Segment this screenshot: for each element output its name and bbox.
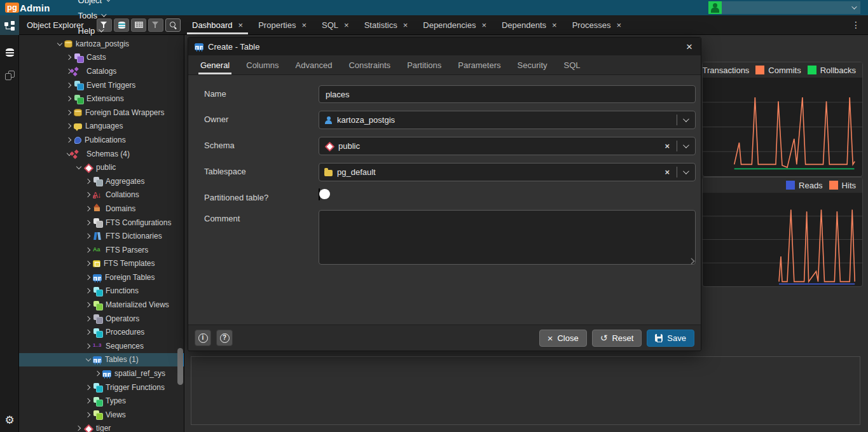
tree-item-publications[interactable]: Publications	[19, 133, 184, 147]
chevron-down-icon[interactable]	[74, 166, 83, 169]
tree-item-operators[interactable]: Operators	[19, 312, 184, 326]
chevron-right-icon[interactable]	[84, 275, 93, 279]
tree-item-public[interactable]: public	[19, 160, 184, 174]
tree-item-sequences[interactable]: Sequences	[19, 339, 184, 353]
chevron-right-icon[interactable]	[65, 138, 74, 142]
chevron-right-icon[interactable]	[65, 124, 74, 128]
tree-item-tables-1[interactable]: Tables (1)	[19, 353, 184, 367]
schema-select[interactable]: public ×	[319, 137, 696, 155]
chevron-down-icon[interactable]	[65, 153, 74, 155]
query-tool-rail-button[interactable]	[0, 43, 19, 62]
chevron-right-icon[interactable]	[74, 426, 83, 430]
tab-statistics[interactable]: Statistics×	[357, 15, 416, 34]
dialog-tab-constraints[interactable]: Constraints	[340, 55, 399, 74]
chevron-right-icon[interactable]	[65, 111, 74, 115]
chevron-right-icon[interactable]	[65, 69, 74, 73]
tablespace-select[interactable]: pg_default ×	[319, 163, 696, 181]
tab-dependents[interactable]: Dependents×	[494, 15, 565, 34]
tree-item-extensions[interactable]: Extensions	[19, 92, 184, 106]
chevron-down-icon[interactable]	[55, 43, 64, 45]
tree-scrollbar-thumb[interactable]	[177, 348, 183, 385]
object-explorer-rail-tab[interactable]	[0, 15, 19, 35]
reset-button[interactable]: ↺ Reset	[592, 330, 642, 347]
help-button[interactable]: ?	[216, 330, 233, 346]
close-tab-icon[interactable]: ×	[403, 21, 408, 29]
tree-item-aggregates[interactable]: Aggregates	[19, 174, 184, 188]
tree-item-spatial-ref-sys[interactable]: spatial_ref_sys	[19, 366, 184, 380]
tree-item-domains[interactable]: Domains	[19, 202, 184, 216]
close-tab-icon[interactable]: ×	[552, 21, 557, 29]
tree-item-fts-parsers[interactable]: FTS Parsers	[19, 243, 184, 257]
chevron-right-icon[interactable]	[84, 289, 93, 293]
chevron-right-icon[interactable]	[65, 55, 74, 59]
dialog-close-icon[interactable]: ×	[684, 41, 694, 52]
owner-select[interactable]: kartoza_postgis	[319, 111, 696, 129]
menu-object[interactable]: Object	[69, 0, 119, 8]
user-menu-bar[interactable]	[722, 1, 860, 14]
settings-rail-button[interactable]: ⚙	[0, 410, 19, 429]
chevron-right-icon[interactable]	[84, 234, 93, 238]
close-button[interactable]: × Close	[539, 330, 587, 347]
chevron-right-icon[interactable]	[84, 330, 93, 334]
chevron-right-icon[interactable]	[65, 97, 74, 101]
chevron-right-icon[interactable]	[93, 372, 102, 375]
tree-item-materialized-views[interactable]: Materialized Views	[19, 298, 184, 312]
partitioned-toggle[interactable]	[319, 188, 320, 200]
comment-textarea[interactable]	[319, 210, 696, 265]
chevron-right-icon[interactable]	[65, 83, 74, 87]
chevron-right-icon[interactable]	[84, 193, 93, 197]
dialog-tab-partitions[interactable]: Partitions	[399, 55, 450, 74]
close-tab-icon[interactable]: ×	[301, 21, 307, 29]
dialog-tab-parameters[interactable]: Parameters	[450, 55, 509, 74]
tab-overflow-menu[interactable]: ⋮	[844, 15, 868, 34]
close-tab-icon[interactable]: ×	[238, 21, 244, 29]
user-widget[interactable]	[708, 1, 860, 14]
chevron-right-icon[interactable]	[84, 261, 93, 265]
chevron-right-icon[interactable]	[84, 399, 93, 403]
tree-item-views[interactable]: Views	[19, 408, 184, 422]
search-button[interactable]	[165, 18, 181, 32]
tree-item-foreign-tables[interactable]: Foreign Tables	[19, 270, 184, 284]
clear-icon[interactable]: ×	[662, 141, 672, 151]
name-input[interactable]	[319, 85, 696, 103]
tree-item-trigger-functions[interactable]: Trigger Functions	[19, 380, 184, 394]
tab-properties[interactable]: Properties×	[251, 15, 314, 34]
tree-item-kartoza-postgis[interactable]: kartoza_postgis	[19, 37, 184, 51]
tree-item-fts-configurations[interactable]: FTS Configurations	[19, 216, 184, 230]
close-tab-icon[interactable]: ×	[616, 21, 621, 29]
chevron-down-icon[interactable]	[683, 168, 689, 174]
tree-item-languages[interactable]: Languages	[19, 120, 184, 134]
tree-item-casts[interactable]: Casts	[19, 51, 184, 65]
chevron-right-icon[interactable]	[84, 248, 93, 252]
grid-view-button[interactable]	[131, 18, 146, 32]
tab-sql[interactable]: SQL×	[314, 15, 357, 34]
dialog-tab-columns[interactable]: Columns	[238, 55, 287, 74]
sql-info-button[interactable]: i	[195, 330, 211, 346]
tree-item-types[interactable]: Types	[19, 394, 184, 408]
tree-item-fts-templates[interactable]: FTS Templates	[19, 257, 184, 271]
chevron-right-icon[interactable]	[84, 179, 93, 183]
chevron-right-icon[interactable]	[84, 413, 93, 417]
dialog-tab-general[interactable]: General	[192, 55, 238, 74]
dialog-tab-security[interactable]: Security	[509, 55, 556, 74]
chevron-right-icon[interactable]	[84, 317, 93, 321]
tree-item-functions[interactable]: Functions	[19, 284, 184, 298]
save-button[interactable]: Save	[647, 330, 694, 347]
tree-item-catalogs[interactable]: Catalogs	[19, 64, 184, 78]
tree-item-collations[interactable]: Collations	[19, 188, 184, 202]
tree-item-schemas-4[interactable]: Schemas (4)	[19, 147, 184, 161]
tab-processes[interactable]: Processes×	[565, 15, 629, 34]
chevron-down-icon[interactable]	[84, 358, 93, 361]
tree-item-procedures[interactable]: Procedures	[19, 325, 184, 339]
chevron-right-icon[interactable]	[84, 221, 93, 225]
chevron-right-icon[interactable]	[84, 344, 93, 348]
dialog-tab-sql[interactable]: SQL	[556, 55, 589, 74]
tree-item-event-triggers[interactable]: Event Triggers	[19, 78, 184, 92]
tab-dependencies[interactable]: Dependencies×	[415, 15, 494, 34]
close-tab-icon[interactable]: ×	[481, 21, 486, 29]
chevron-down-icon[interactable]	[683, 116, 689, 122]
dialog-tab-advanced[interactable]: Advanced	[287, 55, 341, 74]
tree-item-tiger[interactable]: tiger	[19, 422, 184, 432]
chevron-right-icon[interactable]	[84, 207, 93, 211]
tab-dashboard[interactable]: Dashboard×	[184, 15, 251, 34]
